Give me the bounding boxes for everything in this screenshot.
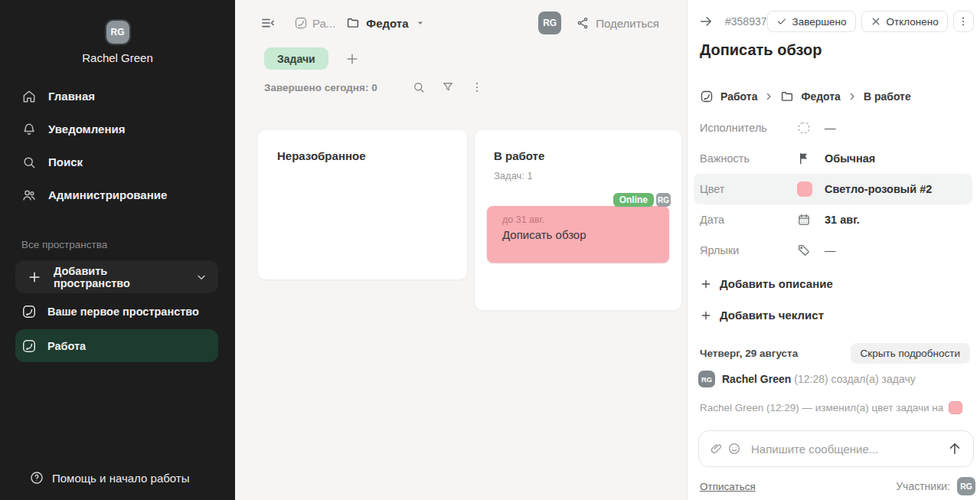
panel-header: #358937 Завершено Отклонено xyxy=(698,11,974,32)
add-space-label: Добавить пространство xyxy=(54,265,184,289)
activity-entry-color-changed: Rachel Green (12:29) — изменил(а) цвет з… xyxy=(700,401,962,414)
sidebar: RG Rachel Green Главная Уведомления Поис… xyxy=(0,0,235,500)
calendar-icon xyxy=(797,213,811,227)
panel-footer: Отписаться Участники: RG xyxy=(700,476,975,496)
folder-icon xyxy=(780,90,794,103)
caret-down-icon xyxy=(415,18,426,28)
field-label: Цвет xyxy=(700,183,797,195)
attachment-icon[interactable] xyxy=(710,442,724,456)
complete-button[interactable]: Завершено xyxy=(767,11,856,32)
breadcrumb-space[interactable]: Работа xyxy=(720,90,757,103)
sidebar-item-first-space[interactable]: Ваше первое пространство xyxy=(15,295,218,328)
tab-tasks[interactable]: Задачи xyxy=(264,47,328,70)
board-tabs: Задачи xyxy=(264,47,360,70)
field-priority[interactable]: Важность Обычная xyxy=(694,143,972,174)
sidebar-item-label: Главная xyxy=(48,90,95,103)
task-more-button[interactable] xyxy=(953,11,974,32)
column-unsorted: Неразобранное xyxy=(258,130,467,279)
task-detail-panel: #358937 Завершено Отклонено Дописать обз… xyxy=(687,0,980,500)
board-toolbar: Завершено сегодня: 0 xyxy=(264,80,484,94)
plus-icon xyxy=(700,309,712,322)
field-date[interactable]: Дата 31 авг. xyxy=(694,204,972,235)
activity-date: Четверг, 29 августа xyxy=(700,348,798,359)
sidebar-item-notifications[interactable]: Уведомления xyxy=(0,113,235,145)
share-button[interactable]: Поделиться xyxy=(576,16,659,30)
field-value: — xyxy=(825,122,836,134)
add-description-label: Добавить описание xyxy=(720,277,833,290)
chevron-down-icon xyxy=(195,271,207,283)
user-block: RG Rachel Green xyxy=(0,0,235,64)
board-user-avatar[interactable]: RG xyxy=(538,11,561,34)
field-color[interactable]: Цвет Светло-розовый #2 xyxy=(694,174,972,204)
folder-name: Федота xyxy=(366,17,408,30)
add-description-button[interactable]: Добавить описание xyxy=(700,277,833,290)
collapse-sidebar-icon[interactable] xyxy=(260,15,276,31)
more-options-icon[interactable] xyxy=(470,80,484,94)
user-name: Rachel Green xyxy=(0,51,235,64)
folder-selector[interactable]: Федота xyxy=(346,16,425,30)
card-due-date: до 31 авг. xyxy=(502,214,654,225)
sidebar-item-home[interactable]: Главная xyxy=(0,80,235,113)
field-label: Дата xyxy=(700,214,797,226)
field-label: Ярлыки xyxy=(700,244,797,257)
message-input[interactable] xyxy=(751,443,943,456)
task-title[interactable]: Дописать обзор xyxy=(700,41,822,59)
more-vertical-icon xyxy=(957,15,969,28)
sidebar-item-label: Уведомления xyxy=(48,123,125,136)
sidebar-item-label: Поиск xyxy=(48,155,83,168)
decline-label: Отклонено xyxy=(887,16,939,28)
close-icon xyxy=(871,16,881,27)
done-today-counter: Завершено сегодня: 0 xyxy=(264,82,377,93)
spaces-section-label: Все пространства xyxy=(0,239,235,250)
task-fields: Исполнитель — Важность Обычная Цвет Свет… xyxy=(694,113,972,266)
sidebar-item-search[interactable]: Поиск xyxy=(0,145,235,178)
task-id: #358937 xyxy=(725,15,767,28)
assignee-placeholder-icon xyxy=(797,121,811,135)
task-card[interactable]: Online RG до 31 авг. Дописать обзор xyxy=(487,206,669,263)
activity-entry-created: RG Rachel Green(12:28) создал(а) задачу xyxy=(698,371,916,387)
question-circle-icon xyxy=(29,470,44,485)
filter-icon[interactable] xyxy=(441,80,455,94)
expand-panel-icon[interactable] xyxy=(698,14,714,29)
column-title: Неразобранное xyxy=(258,130,467,162)
hide-details-button[interactable]: Скрыть подробности xyxy=(851,343,970,364)
app: RG Rachel Green Главная Уведомления Поис… xyxy=(0,0,980,500)
board-area: Ра... Федота RG Поделиться Задачи Заверш… xyxy=(235,0,687,500)
emoji-icon[interactable] xyxy=(727,442,741,456)
field-labels[interactable]: Ярлыки — xyxy=(694,235,972,266)
search-tasks-icon[interactable] xyxy=(412,80,426,94)
sidebar-nav: Главная Уведомления Поиск Администрирова… xyxy=(0,80,235,211)
unsubscribe-link[interactable]: Отписаться xyxy=(700,481,756,492)
task-breadcrumb: Работа Федота В работе xyxy=(700,90,911,103)
column-task-count: Задач: 1 xyxy=(475,162,681,181)
help-label: Помощь и начало работы xyxy=(52,472,189,485)
add-tab-icon[interactable] xyxy=(345,51,360,67)
sidebar-item-admin[interactable]: Администрирование xyxy=(0,178,235,211)
activity-text: Rachel Green (12:29) — изменил(а) цвет з… xyxy=(700,402,943,413)
field-assignee[interactable]: Исполнитель — xyxy=(694,113,972,143)
space-icon xyxy=(21,338,37,354)
add-checklist-button[interactable]: Добавить чеклист xyxy=(700,309,824,322)
column-title: В работе xyxy=(475,130,681,162)
bell-icon xyxy=(21,122,37,137)
breadcrumb-space-label: Ра... xyxy=(312,17,335,30)
check-icon xyxy=(776,16,787,27)
breadcrumb-status[interactable]: В работе xyxy=(864,90,911,103)
color-swatch xyxy=(949,401,962,414)
send-icon[interactable] xyxy=(947,441,962,456)
space-item-label: Ваше первое пространство xyxy=(47,306,199,318)
sidebar-item-work-space[interactable]: Работа xyxy=(15,329,218,362)
add-space-button[interactable]: Добавить пространство xyxy=(15,260,218,293)
activity-text: (12:28) создал(а) задачу xyxy=(794,373,915,385)
breadcrumb-folder[interactable]: Федота xyxy=(801,90,840,103)
activity-user-name: Rachel Green xyxy=(722,373,791,385)
field-value: 31 авг. xyxy=(825,214,860,226)
breadcrumb-space[interactable]: Ра... xyxy=(294,16,335,30)
participant-avatar[interactable]: RG xyxy=(957,477,975,495)
field-label: Важность xyxy=(700,152,797,165)
user-avatar[interactable]: RG xyxy=(106,21,129,44)
decline-button[interactable]: Отклонено xyxy=(861,11,948,32)
help-link[interactable]: Помощь и начало работы xyxy=(29,470,189,485)
field-value: Светло-розовый #2 xyxy=(825,183,932,195)
add-checklist-label: Добавить чеклист xyxy=(720,309,824,322)
